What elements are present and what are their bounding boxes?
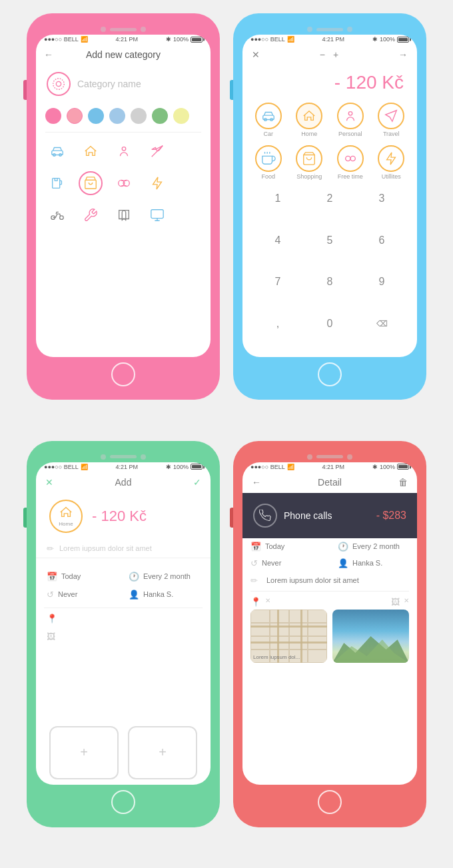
wifi-icon-2: 📶 [287,36,294,43]
close-button-2[interactable]: ✕ [252,49,260,60]
category-name-input[interactable]: Category name [77,79,141,89]
svg-point-11 [60,216,64,220]
svg-rect-12 [151,210,163,218]
bluetooth-icon: ✱ [166,36,171,43]
add-photo-button[interactable]: + [128,726,197,779]
icon-plane[interactable] [145,139,169,163]
svg-point-21 [345,156,350,161]
icon-row-2 [36,167,211,199]
p3-note-row[interactable]: ✏ Lorem iupsum dolor sit amet [36,540,211,558]
p3-category-icon[interactable]: Home [49,500,83,533]
status-bar-1: ●●●○○ BELL 📶 4:21 PM ✱ 100% [36,35,211,44]
color-lightblue[interactable] [109,108,125,124]
key-comma[interactable]: , [252,312,304,336]
color-pink[interactable] [45,108,61,124]
icon-lightning[interactable] [145,171,169,195]
check-button[interactable]: ✓ [193,477,201,488]
battery-icon-4 [397,464,409,470]
p4-reminder-label: Never [262,559,281,567]
icon-home[interactable] [79,139,103,163]
icon-person[interactable] [112,139,136,163]
key-4[interactable]: 4 [252,228,304,252]
add-location-button[interactable]: + [49,726,119,779]
p3-recurring: 🕐 Every 2 month [123,568,205,586]
p3-date: 📅 Today [41,568,123,586]
category-icon-picker[interactable] [47,72,71,96]
p3-add-media-row: + + [36,721,211,785]
icon-mask[interactable] [112,171,136,195]
icon-car[interactable] [45,139,69,163]
cat-home[interactable]: Home [290,100,329,140]
amount-display: - 120 Kč [242,65,417,100]
icon-tools[interactable] [79,203,103,227]
key-3[interactable]: 3 [356,187,408,211]
status-left-3: ●●●○○ BELL 📶 [44,464,88,470]
icon-row-3 [36,199,211,231]
key-6[interactable]: 6 [356,228,408,252]
numpad: 1 2 3 4 5 6 7 8 9 , 0 ⌫ [242,183,417,357]
icon-bag[interactable] [79,171,103,195]
icon-moto[interactable] [45,203,69,227]
cat-shopping-label: Shopping [296,173,322,180]
cat-car-circle [255,103,282,129]
pencil-icon-4: ✏ [250,576,261,586]
key-8[interactable]: 8 [304,270,356,294]
front-camera-8 [347,454,352,460]
home-button-3[interactable] [36,785,211,818]
home-button-2[interactable] [242,357,417,390]
home-button-1[interactable] [36,357,211,390]
calendar-icon-3: 📅 [47,572,57,582]
cat-personal[interactable]: Personal [331,100,370,140]
close-button-3[interactable]: ✕ [45,477,53,488]
map-thumbnail[interactable]: Lorem iupsum dol... [250,610,327,663]
location-close-icon[interactable]: ✕ [265,597,270,607]
person-icon-4: 👤 [338,558,348,568]
icon-monitor[interactable] [145,203,169,227]
cat-utilities[interactable]: Utillites [372,143,411,183]
clock-icon-4: 🕐 [338,542,348,552]
plus-button[interactable]: + [333,49,338,60]
key-7[interactable]: 7 [252,270,304,294]
key-2[interactable]: 2 [304,187,356,211]
svg-rect-6 [53,179,60,189]
back-button-4[interactable]: ← [252,477,261,488]
p3-photo-row: 🖼 [36,628,211,646]
key-backspace[interactable]: ⌫ [356,312,408,336]
home-button-4[interactable] [242,785,417,818]
minus-button[interactable]: − [320,49,325,60]
key-5[interactable]: 5 [304,228,356,252]
color-yellow[interactable] [173,108,189,124]
cat-food[interactable]: Food [249,143,288,183]
p4-amount: - $283 [376,510,406,522]
icon-book[interactable] [112,203,136,227]
photo-thumbnail[interactable] [332,610,409,663]
wifi-icon-3: 📶 [81,464,88,470]
cat-car[interactable]: Car [249,100,288,140]
back-button[interactable]: ← [44,49,53,60]
color-gray[interactable] [131,108,147,124]
front-camera-4 [347,27,352,32]
cat-shopping[interactable]: Shopping [290,143,329,183]
speaker-3 [110,455,137,458]
key-0[interactable]: 0 [304,312,356,336]
p3-note-input[interactable]: Lorem iupsum dolor sit amet [59,544,152,552]
color-lightpink[interactable] [67,108,83,124]
cat-travel[interactable]: Travel [372,100,411,140]
trash-button[interactable]: 🗑 [398,477,408,488]
wifi-icon-4: 📶 [287,464,294,470]
color-blue[interactable] [88,108,104,124]
refresh-icon-4: ↺ [250,558,258,568]
front-camera [101,27,106,32]
time-4: 4:21 PM [322,464,345,470]
cat-freetime[interactable]: Free time [331,143,370,183]
color-green[interactable] [152,108,168,124]
p4-photo-header: 🖼 ✕ [391,597,409,607]
photo-close-icon[interactable]: ✕ [404,597,409,607]
svg-point-0 [56,81,61,86]
next-button[interactable]: → [398,49,408,60]
photo-icon-4: 🖼 [391,597,400,607]
key-9[interactable]: 9 [356,270,408,294]
bluetooth-3: ✱ [166,464,171,470]
icon-gas[interactable] [45,171,69,195]
key-1[interactable]: 1 [252,187,304,211]
